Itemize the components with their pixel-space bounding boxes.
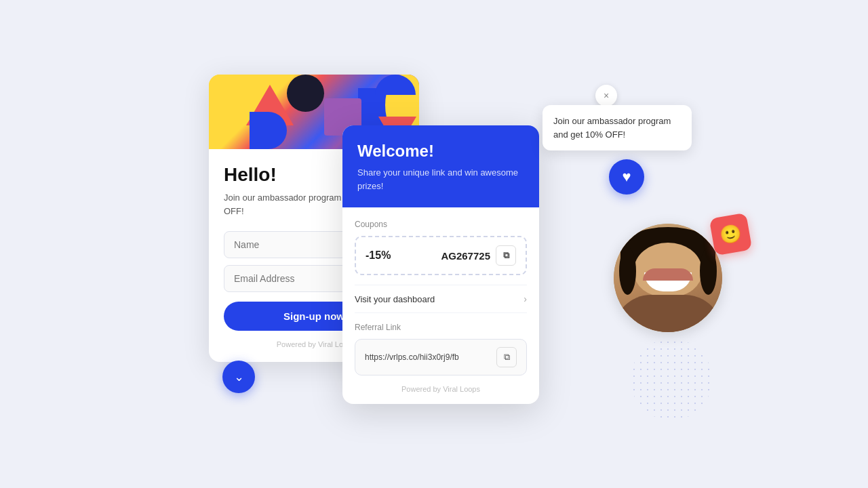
coupons-label: Coupons bbox=[355, 220, 527, 229]
dot-pattern bbox=[631, 339, 712, 420]
welcome-card-body: Coupons -15% AG267725 ⧉ Visit your dashb… bbox=[342, 207, 539, 404]
welcome-subtitle: Share your unique link and win awesome p… bbox=[357, 166, 524, 192]
heart-icon: ♥ bbox=[622, 168, 631, 186]
close-button[interactable]: × bbox=[595, 85, 617, 106]
avatar-container bbox=[614, 224, 722, 332]
welcome-card-header: Welcome! Share your unique link and win … bbox=[342, 125, 539, 207]
down-arrow-icon: ⌄ bbox=[234, 369, 244, 384]
coupon-code-text: AG267725 bbox=[441, 250, 490, 262]
coupon-copy-icon[interactable]: ⧉ bbox=[496, 245, 516, 266]
coupon-discount: -15% bbox=[366, 249, 391, 262]
shape-blue-d bbox=[250, 112, 287, 149]
referral-box: https://vrlps.co/hii3x0rj9/fb ⧉ bbox=[355, 339, 527, 375]
coupon-code: AG267725 ⧉ bbox=[441, 245, 516, 266]
welcome-card: Welcome! Share your unique link and win … bbox=[342, 125, 539, 404]
dashboard-label: Visit your dashboard bbox=[355, 294, 435, 304]
referral-url: https://vrlps.co/hii3x0rj9/fb bbox=[365, 352, 459, 362]
avatar-image bbox=[614, 224, 722, 332]
welcome-title: Welcome! bbox=[357, 142, 524, 161]
coupon-box: -15% AG267725 ⧉ bbox=[355, 236, 527, 275]
referral-copy-icon[interactable]: ⧉ bbox=[496, 347, 517, 367]
dashboard-row[interactable]: Visit your dashboard › bbox=[355, 285, 527, 313]
down-arrow-button[interactable]: ⌄ bbox=[222, 361, 255, 393]
tooltip-bubble: Join our ambassador program and get 10% … bbox=[542, 105, 692, 150]
chevron-right-icon: › bbox=[524, 293, 527, 304]
welcome-powered: Powered by Viral Loops bbox=[355, 385, 527, 393]
heart-button[interactable]: ♥ bbox=[609, 159, 644, 195]
smiley-badge: 🙂 bbox=[709, 213, 753, 256]
referral-label: Referral Link bbox=[355, 323, 527, 332]
